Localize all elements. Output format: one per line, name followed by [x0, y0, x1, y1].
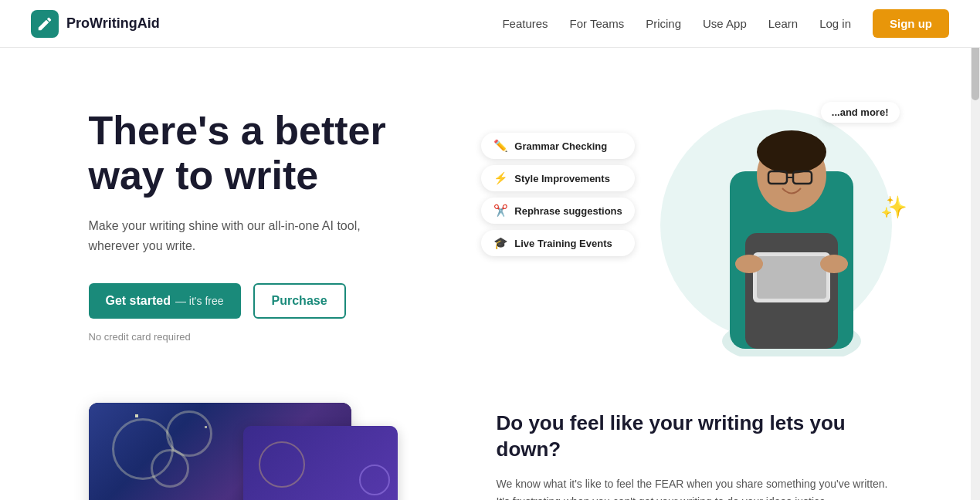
purchase-button[interactable]: Purchase [253, 283, 346, 319]
pill-rephrase-label: Rephrase suggestions [514, 205, 622, 217]
nav-login[interactable]: Log in [819, 17, 851, 30]
more-bubble: ...and more! [821, 102, 900, 123]
pill-grammar: ✏️ Grammar Checking [481, 133, 634, 159]
nav-pricing[interactable]: Pricing [646, 17, 681, 30]
second-content: Do you feel like your writing lets you d… [497, 403, 892, 500]
pill-rephrase: ✂️ Rephrase suggestions [481, 198, 634, 224]
star-2 [205, 426, 207, 428]
hero-title: There's a better way to write [89, 108, 457, 198]
get-started-suffix: — it's free [175, 295, 224, 307]
swirl-3 [166, 410, 212, 457]
second-text: We know what it's like to feel the FEAR … [497, 475, 892, 500]
sparkle-icon: ✨ [880, 194, 907, 220]
hero-buttons: Get started — it's free Purchase [89, 283, 457, 319]
person-illustration [676, 94, 877, 356]
scrollbar[interactable] [971, 0, 980, 500]
second-section: My idea in my head Do you feel like your… [27, 387, 954, 500]
logo-svg [36, 15, 53, 32]
signup-button[interactable]: Sign up [873, 9, 949, 38]
hero-illustration: ✏️ Grammar Checking ⚡ Style Improvements… [481, 94, 907, 356]
logo-icon [31, 10, 59, 38]
feature-pills: ✏️ Grammar Checking ⚡ Style Improvements… [481, 133, 634, 256]
svg-point-10 [735, 255, 763, 273]
pill-style-label: Style Improvements [514, 173, 610, 184]
svg-point-4 [757, 130, 826, 174]
header: ProWritingAid Features For Teams Pricing… [0, 0, 980, 48]
pill-training-label: Live Training Events [514, 238, 612, 249]
style-icon: ⚡ [493, 171, 508, 185]
nav-use-app[interactable]: Use App [703, 17, 747, 30]
main-nav: Features For Teams Pricing Use App Learn… [502, 9, 949, 38]
nav-teams[interactable]: For Teams [570, 17, 625, 30]
no-credit-text: No credit card required [89, 331, 457, 343]
overlay-swirl-2 [359, 465, 390, 495]
second-title: Do you feel like your writing lets you d… [497, 410, 892, 463]
get-started-label: Get started [106, 294, 171, 308]
screenshot-area: My idea in my head [89, 403, 450, 500]
hero-content: There's a better way to write Make your … [89, 108, 457, 343]
person-svg [707, 110, 877, 356]
logo[interactable]: ProWritingAid [31, 10, 160, 38]
svg-rect-9 [757, 256, 826, 299]
hero-subtitle: Make your writing shine with our all-in-… [89, 216, 382, 255]
screenshot-overlay [243, 426, 398, 500]
pill-training: 🎓 Live Training Events [481, 230, 634, 256]
nav-features[interactable]: Features [502, 17, 548, 30]
nav-learn[interactable]: Learn [768, 17, 798, 30]
overlay-swirl-1 [259, 441, 305, 488]
training-icon: 🎓 [493, 236, 508, 250]
hero-section: There's a better way to write Make your … [27, 48, 954, 387]
pill-grammar-label: Grammar Checking [514, 140, 607, 152]
rephrase-icon: ✂️ [493, 204, 508, 218]
svg-point-11 [820, 255, 848, 273]
get-started-button[interactable]: Get started — it's free [89, 283, 241, 319]
pill-style: ⚡ Style Improvements [481, 165, 634, 191]
logo-text: ProWritingAid [66, 15, 160, 32]
grammar-icon: ✏️ [493, 139, 508, 153]
star-1 [135, 414, 138, 417]
